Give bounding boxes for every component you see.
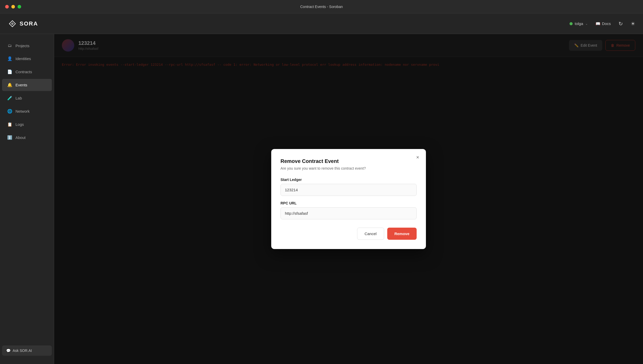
- logo-icon: [8, 19, 17, 28]
- rpc-url-input[interactable]: [281, 207, 417, 219]
- contracts-icon: 📄: [7, 69, 12, 74]
- identities-icon: 👤: [7, 56, 12, 61]
- sidebar-label-projects: Projects: [15, 44, 29, 48]
- sidebar-item-identities[interactable]: 👤 Identities: [2, 53, 52, 65]
- sidebar-item-about[interactable]: ℹ️ About: [2, 131, 52, 144]
- sidebar: 🗂 Projects 👤 Identities 📄 Contracts 🔔 Ev…: [0, 34, 54, 364]
- docs-link[interactable]: 📖 Docs: [596, 21, 611, 26]
- chevron-down-icon: ⌄: [585, 22, 588, 26]
- ask-ai-label: Ask SOR.AI: [13, 349, 32, 353]
- sidebar-item-logs[interactable]: 📋 Logs: [2, 118, 52, 130]
- minimize-button[interactable]: [11, 5, 15, 9]
- sidebar-bottom: 💬 Ask SOR.AI: [0, 342, 54, 359]
- header-actions: tolga ⌄ 📖 Docs ↻ ☀: [570, 21, 635, 27]
- close-icon: ×: [416, 154, 419, 160]
- sidebar-nav: 🗂 Projects 👤 Identities 📄 Contracts 🔔 Ev…: [0, 39, 54, 144]
- chat-icon: 💬: [6, 349, 11, 353]
- remove-label: Remove: [394, 231, 409, 236]
- user-name: tolga: [575, 21, 583, 26]
- refresh-icon[interactable]: ↻: [619, 21, 623, 27]
- main-layout: 🗂 Projects 👤 Identities 📄 Contracts 🔔 Ev…: [0, 34, 643, 364]
- cancel-button[interactable]: Cancel: [357, 228, 384, 240]
- lab-icon: 🧪: [7, 96, 12, 101]
- sidebar-item-events[interactable]: 🔔 Events: [2, 79, 52, 91]
- modal-title: Remove Contract Event: [281, 158, 417, 164]
- remove-contract-event-modal: × Remove Contract Event Are you sure you…: [271, 149, 426, 249]
- projects-icon: 🗂: [7, 43, 12, 48]
- sidebar-label-events: Events: [15, 83, 27, 87]
- docs-icon: 📖: [596, 21, 600, 26]
- modal-close-button[interactable]: ×: [414, 153, 422, 161]
- start-ledger-group: Start Ledger: [281, 178, 417, 196]
- content-area: 123214 http://sfsafasf ✏️ Edit Event 🗑 R…: [54, 34, 643, 364]
- modal-overlay[interactable]: × Remove Contract Event Are you sure you…: [54, 34, 643, 364]
- sidebar-item-network[interactable]: 🌐 Network: [2, 105, 52, 117]
- sidebar-label-about: About: [15, 135, 26, 140]
- rpc-url-group: RPC URL: [281, 201, 417, 219]
- start-ledger-label: Start Ledger: [281, 178, 417, 182]
- confirm-remove-button[interactable]: Remove: [387, 228, 417, 240]
- maximize-button[interactable]: [18, 5, 21, 9]
- app-header: SORA tolga ⌄ 📖 Docs ↻ ☀: [0, 13, 643, 34]
- sidebar-label-lab: Lab: [15, 96, 22, 100]
- sidebar-item-lab[interactable]: 🧪 Lab: [2, 92, 52, 104]
- cancel-label: Cancel: [365, 231, 377, 236]
- theme-icon[interactable]: ☀: [631, 21, 635, 27]
- modal-actions: Cancel Remove: [281, 228, 417, 240]
- close-button[interactable]: [5, 5, 9, 9]
- sidebar-label-contracts: Contracts: [15, 70, 32, 74]
- sidebar-item-contracts[interactable]: 📄 Contracts: [2, 66, 52, 78]
- docs-label: Docs: [602, 21, 611, 26]
- modal-subtitle: Are you sure you want to remove this con…: [281, 166, 417, 170]
- user-selector[interactable]: tolga ⌄: [570, 21, 588, 26]
- user-status-dot: [570, 22, 573, 25]
- logs-icon: 📋: [7, 122, 12, 127]
- rpc-url-label: RPC URL: [281, 201, 417, 205]
- window-controls: [5, 5, 21, 9]
- logo: SORA: [8, 19, 38, 28]
- sidebar-label-network: Network: [15, 109, 30, 113]
- events-icon: 🔔: [7, 82, 12, 87]
- logo-text: SORA: [20, 20, 38, 27]
- ask-ai-button[interactable]: 💬 Ask SOR.AI: [2, 345, 52, 356]
- window-title: Contract Events - Soroban: [300, 5, 343, 9]
- start-ledger-input[interactable]: [281, 184, 417, 196]
- sidebar-label-logs: Logs: [15, 122, 24, 127]
- sidebar-item-projects[interactable]: 🗂 Projects: [2, 40, 52, 52]
- about-icon: ℹ️: [7, 135, 12, 140]
- sidebar-label-identities: Identities: [15, 56, 31, 61]
- network-icon: 🌐: [7, 109, 12, 114]
- titlebar: Contract Events - Soroban: [0, 0, 643, 13]
